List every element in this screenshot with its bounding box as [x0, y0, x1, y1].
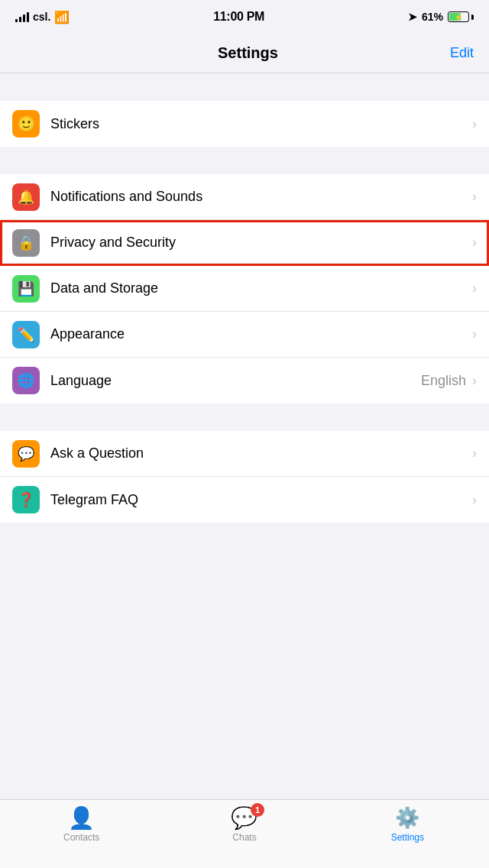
- tab-contacts[interactable]: 👤 Contacts: [0, 806, 163, 843]
- navigation-bar: Settings Edit: [0, 34, 489, 73]
- location-icon: ➤: [408, 11, 417, 23]
- status-time: 11:00 PM: [213, 10, 264, 24]
- tab-settings[interactable]: ⚙️ Settings: [326, 806, 489, 843]
- data-storage-icon: 💾: [12, 275, 40, 303]
- contacts-icon: 👤: [68, 805, 95, 831]
- ask-question-chevron: ›: [472, 445, 477, 462]
- page-title: Settings: [218, 44, 278, 62]
- tab-chats[interactable]: 💬 1 Chats: [163, 806, 325, 843]
- battery-bolt-icon: ⚡: [454, 13, 463, 21]
- chats-tab-label: Chats: [232, 832, 256, 843]
- status-left: csl. 📶: [15, 10, 70, 24]
- privacy-chevron: ›: [472, 235, 477, 251]
- language-value: English: [421, 373, 466, 389]
- faq-icon: ❓: [12, 486, 40, 513]
- faq-chevron: ›: [472, 492, 477, 508]
- settings-tab-label: Settings: [391, 832, 424, 843]
- section-main-settings: 🔔 Notifications and Sounds › 🔒 Privacy a…: [0, 174, 489, 403]
- ask-question-label: Ask a Question: [50, 445, 472, 462]
- notifications-label: Notifications and Sounds: [50, 189, 472, 205]
- section-stickers: 🙂 Stickers ›: [0, 101, 489, 147]
- notifications-row[interactable]: 🔔 Notifications and Sounds ›: [0, 174, 489, 220]
- appearance-icon: ✏️: [12, 321, 40, 348]
- tab-bar: 👤 Contacts 💬 1 Chats ⚙️ Settings: [0, 799, 489, 868]
- appearance-chevron: ›: [472, 326, 477, 342]
- chats-badge: 1: [251, 803, 264, 817]
- settings-icon: ⚙️: [395, 806, 419, 830]
- language-icon: 🌐: [12, 367, 40, 394]
- faq-row[interactable]: ❓ Telegram FAQ ›: [0, 477, 489, 523]
- chats-icon-wrap: 💬 1: [229, 806, 260, 829]
- status-right: ➤ 61% ⚡: [408, 11, 474, 23]
- stickers-icon: 🙂: [12, 110, 40, 138]
- signal-bars: [15, 11, 29, 22]
- section-help: 💬 Ask a Question › ❓ Telegram FAQ ›: [0, 431, 489, 523]
- contacts-tab-label: Contacts: [63, 832, 99, 843]
- privacy-icon: 🔒: [12, 229, 40, 257]
- section-gap-2: [0, 147, 489, 174]
- ask-question-icon: 💬: [12, 440, 40, 468]
- stickers-row[interactable]: 🙂 Stickers ›: [0, 101, 489, 147]
- data-storage-row[interactable]: 💾 Data and Storage ›: [0, 266, 489, 312]
- language-label: Language: [50, 373, 421, 389]
- battery-pct: 61%: [422, 11, 443, 23]
- appearance-label: Appearance: [50, 326, 472, 342]
- notifications-icon: 🔔: [12, 183, 40, 211]
- notifications-chevron: ›: [472, 189, 477, 205]
- section-gap-bottom: [0, 523, 489, 568]
- privacy-row[interactable]: 🔒 Privacy and Security ›: [0, 220, 489, 266]
- edit-button[interactable]: Edit: [450, 45, 474, 61]
- battery-indicator: ⚡: [448, 11, 474, 22]
- privacy-label: Privacy and Security: [50, 235, 472, 251]
- settings-icon-wrap: ⚙️: [392, 806, 423, 829]
- appearance-row[interactable]: ✏️ Appearance ›: [0, 312, 489, 358]
- section-gap-3: [0, 403, 489, 431]
- carrier-label: csl.: [33, 11, 50, 23]
- data-storage-label: Data and Storage: [50, 280, 472, 296]
- wifi-icon: 📶: [54, 10, 70, 24]
- section-gap-top: [0, 73, 489, 101]
- data-storage-chevron: ›: [472, 280, 477, 296]
- faq-label: Telegram FAQ: [50, 492, 472, 508]
- ask-question-row[interactable]: 💬 Ask a Question ›: [0, 431, 489, 477]
- language-chevron: ›: [472, 373, 477, 389]
- stickers-chevron: ›: [472, 116, 477, 132]
- status-bar: csl. 📶 11:00 PM ➤ 61% ⚡: [0, 0, 489, 34]
- contacts-icon-wrap: 👤: [66, 806, 97, 829]
- language-row[interactable]: 🌐 Language English ›: [0, 358, 489, 403]
- stickers-label: Stickers: [50, 116, 472, 132]
